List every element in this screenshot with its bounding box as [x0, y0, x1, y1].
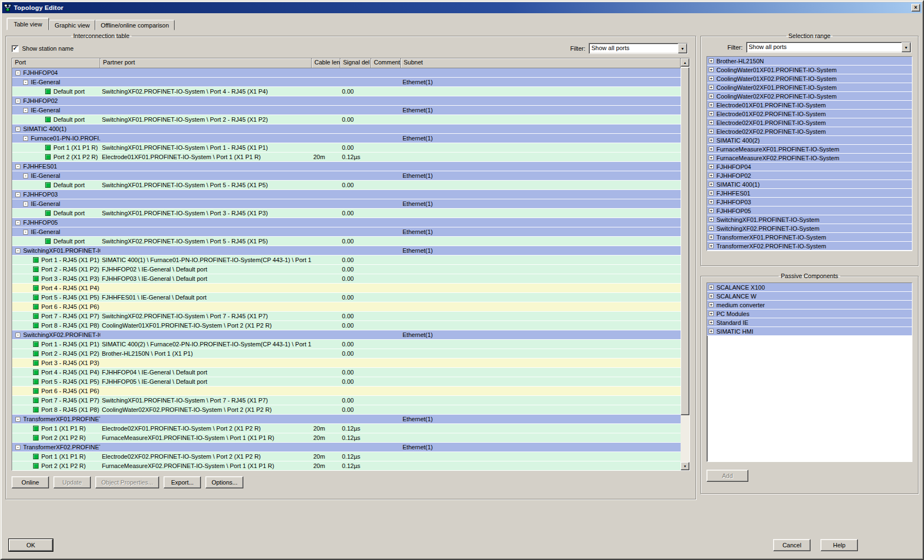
- scroll-down-button[interactable]: ▼: [681, 462, 689, 470]
- close-button[interactable]: ×: [911, 4, 920, 12]
- table-row-port[interactable]: Port 1 (X1 P1 R)SwitchingXF01.PROFINET-I…: [12, 143, 681, 153]
- selection-range-item[interactable]: +CoolingWater02XF02.PROFINET-IO-System: [707, 92, 912, 101]
- selection-range-item[interactable]: +SIMATIC 400(2): [707, 136, 912, 145]
- chevron-down-icon[interactable]: ▼: [901, 42, 911, 52]
- export-button[interactable]: Export...: [164, 476, 201, 488]
- selection-range-item[interactable]: +TransformerXF01.PROFINET-IO-System: [707, 233, 912, 242]
- table-row-group[interactable]: -IE-GeneralEthernet(1): [12, 78, 681, 87]
- table-row-port[interactable]: Port 2 (X1 P2 R)FurnaceMeasureXF01.PROFI…: [12, 433, 681, 443]
- table-filter-dropdown[interactable]: Show all ports ▼: [589, 43, 688, 54]
- column-header-subnet[interactable]: Subnet: [401, 58, 681, 68]
- expand-icon[interactable]: +: [709, 302, 714, 307]
- table-row-group[interactable]: -TransformerXF01.PROFINET...Ethernet(1): [12, 415, 681, 424]
- selection-range-item[interactable]: +FJHHFES01: [707, 189, 912, 198]
- table-row-group[interactable]: -IE-GeneralEthernet(1): [12, 227, 681, 237]
- table-row-port[interactable]: Port 5 - RJ45 (X1 P5)FJHHFES01 \ IE-Gene…: [12, 293, 681, 302]
- selection-range-item[interactable]: +FurnaceMeasureXF02.PROFINET-IO-System: [707, 154, 912, 162]
- expand-icon[interactable]: +: [709, 293, 714, 298]
- scrollbar-thumb[interactable]: [681, 67, 689, 415]
- expand-icon[interactable]: +: [709, 138, 714, 143]
- cancel-button[interactable]: Cancel: [773, 539, 811, 551]
- collapse-icon[interactable]: -: [15, 333, 20, 338]
- selection-range-item[interactable]: +SwitchingXF01.PROFINET-IO-System: [707, 215, 912, 224]
- table-row-group[interactable]: -Furnace01-PN-IO.PROFI...Ethernet(1): [12, 134, 681, 143]
- scroll-up-button[interactable]: ▲: [681, 58, 689, 67]
- passive-component-item[interactable]: +SCALANCE W: [707, 292, 912, 301]
- table-row-port[interactable]: Default portSwitchingXF02.PROFINET-IO-Sy…: [12, 237, 681, 246]
- expand-icon[interactable]: +: [709, 155, 714, 160]
- collapse-icon[interactable]: -: [15, 192, 20, 197]
- table-row-group[interactable]: -SwitchingXF02.PROFINET-IO...Ethernet(1): [12, 330, 681, 340]
- tab-table-view[interactable]: Table view: [7, 18, 49, 30]
- tab-offline-online-comparison[interactable]: Offline/online comparison: [95, 20, 175, 30]
- table-row-port[interactable]: Port 8 - RJ45 (X1 P8)CoolingWater02XF02.…: [12, 405, 681, 415]
- selection-range-item[interactable]: +TransformerXF02.PROFINET-IO-System: [707, 242, 912, 251]
- passive-component-item[interactable]: +medium converter: [707, 301, 912, 309]
- table-row-port[interactable]: Port 7 - RJ45 (X1 P7)SwitchingXF02.PROFI…: [12, 312, 681, 321]
- collapse-icon[interactable]: -: [15, 417, 20, 422]
- expand-icon[interactable]: +: [709, 164, 714, 169]
- table-row-port[interactable]: Default portSwitchingXF01.PROFINET-IO-Sy…: [12, 209, 681, 218]
- object-properties-button[interactable]: Object Properties...: [95, 476, 159, 488]
- column-header-port[interactable]: Port: [12, 58, 100, 68]
- table-row-port[interactable]: Default portSwitchingXF02.PROFINET-IO-Sy…: [12, 87, 681, 96]
- selection-range-item[interactable]: +CoolingWater01XF02.PROFINET-IO-System: [707, 74, 912, 83]
- update-button[interactable]: Update: [53, 476, 91, 488]
- column-header-partner-port[interactable]: Partner port: [100, 58, 312, 68]
- expand-icon[interactable]: +: [709, 199, 714, 204]
- table-row-port[interactable]: Port 2 - RJ45 (X1 P2)FJHHFOP02 \ IE-Gene…: [12, 265, 681, 274]
- online-button[interactable]: Online: [12, 476, 49, 488]
- expand-icon[interactable]: +: [709, 285, 714, 290]
- selection-range-item[interactable]: +SwitchingXF02.PROFINET-IO-System: [707, 224, 912, 233]
- collapse-icon[interactable]: -: [23, 173, 28, 178]
- table-row-group[interactable]: -FJHHFOP02: [12, 96, 681, 106]
- selection-range-item[interactable]: +FJHHFOP05: [707, 206, 912, 215]
- table-row-port[interactable]: Port 2 (X1 P2 R)Electrode01XF01.PROFINET…: [12, 153, 681, 162]
- table-row-port[interactable]: Port 6 - RJ45 (X1 P6): [12, 302, 681, 312]
- selection-range-list[interactable]: +Brother-HL2150N+CoolingWater01XF01.PROF…: [706, 56, 912, 251]
- expand-icon[interactable]: +: [709, 311, 714, 316]
- collapse-icon[interactable]: -: [23, 136, 28, 141]
- selection-range-item[interactable]: +CoolingWater01XF01.PROFINET-IO-System: [707, 66, 912, 74]
- expand-icon[interactable]: +: [709, 94, 714, 99]
- table-row-port[interactable]: Port 2 (X1 P2 R)FurnaceMeasureXF02.PROFI…: [12, 461, 681, 470]
- table-row-group[interactable]: -FJHHFOP04: [12, 68, 681, 78]
- table-row-port[interactable]: Default portSwitchingXF01.PROFINET-IO-Sy…: [12, 115, 681, 124]
- table-row-group[interactable]: -IE-GeneralEthernet(1): [12, 171, 681, 181]
- expand-icon[interactable]: +: [709, 67, 714, 72]
- selection-range-item[interactable]: +Electrode01XF02.PROFINET-IO-System: [707, 110, 912, 118]
- ok-button[interactable]: OK: [9, 539, 53, 551]
- collapse-icon[interactable]: -: [15, 164, 20, 169]
- selection-range-item[interactable]: +CoolingWater02XF01.PROFINET-IO-System: [707, 83, 912, 92]
- expand-icon[interactable]: +: [709, 111, 714, 116]
- table-row-port[interactable]: Port 4 - RJ45 (X1 P4): [12, 284, 681, 293]
- expand-icon[interactable]: +: [709, 320, 714, 325]
- expand-icon[interactable]: +: [709, 173, 714, 178]
- expand-icon[interactable]: +: [709, 58, 714, 63]
- expand-icon[interactable]: +: [709, 120, 714, 125]
- column-header-comment[interactable]: Comment: [371, 58, 401, 68]
- table-row-port[interactable]: Port 3 - RJ45 (X1 P3)FJHHFOP03 \ IE-Gene…: [12, 274, 681, 284]
- table-row-group[interactable]: -FJHHFOP03: [12, 190, 681, 199]
- table-row-port[interactable]: Port 4 - RJ45 (X1 P4)FJHHFOP04 \ IE-Gene…: [12, 368, 681, 377]
- expand-icon[interactable]: +: [709, 226, 714, 231]
- collapse-icon[interactable]: -: [15, 127, 20, 132]
- table-row-port[interactable]: Default portSwitchingXF01.PROFINET-IO-Sy…: [12, 181, 681, 190]
- table-row-port[interactable]: Port 7 - RJ45 (X1 P7)SwitchingXF01.PROFI…: [12, 396, 681, 405]
- selection-range-item[interactable]: +FJHHFOP04: [707, 162, 912, 171]
- collapse-icon[interactable]: -: [23, 80, 28, 85]
- selection-range-item[interactable]: +FJHHFOP02: [707, 171, 912, 180]
- expand-icon[interactable]: +: [709, 217, 714, 222]
- help-button[interactable]: Help: [820, 539, 858, 551]
- expand-icon[interactable]: +: [709, 102, 714, 107]
- table-row-group[interactable]: -FJHHFOP05: [12, 218, 681, 227]
- collapse-icon[interactable]: -: [15, 445, 20, 450]
- passive-component-item[interactable]: +Standard IE: [707, 318, 912, 327]
- collapse-icon[interactable]: -: [23, 230, 28, 235]
- selection-range-item[interactable]: +FurnaceMeasureXF01.PROFINET-IO-System: [707, 145, 912, 154]
- table-row-port[interactable]: Port 6 - RJ45 (X1 P6): [12, 387, 681, 396]
- table-row-port[interactable]: Port 1 - RJ45 (X1 P1)SIMATIC 400(2) \ Fu…: [12, 340, 681, 349]
- collapse-icon[interactable]: -: [23, 202, 28, 206]
- table-row-port[interactable]: Port 3 - RJ45 (X1 P3): [12, 358, 681, 368]
- table-row-port[interactable]: Port 1 (X1 P1 R)Electrode02XF01.PROFINET…: [12, 424, 681, 433]
